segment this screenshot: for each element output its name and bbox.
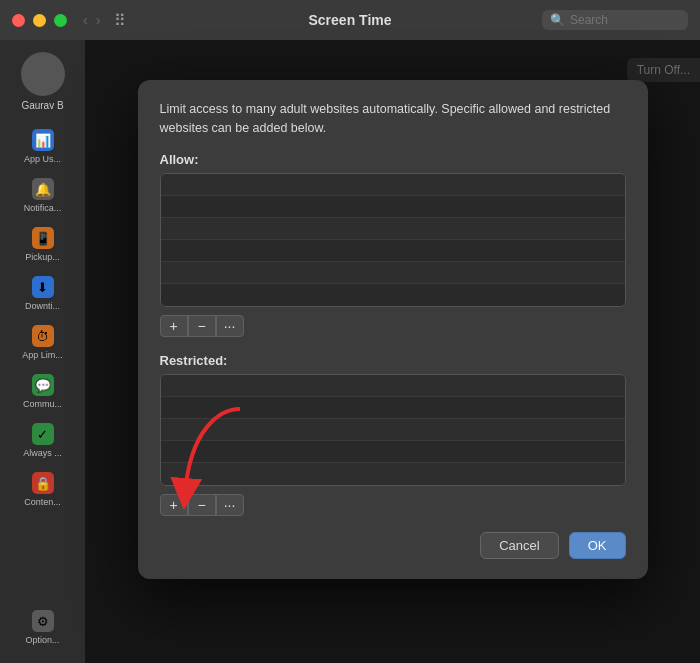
- list-item: [161, 463, 625, 485]
- traffic-lights: [12, 14, 67, 27]
- sidebar-label-app-limits: App Lim...: [4, 350, 82, 360]
- search-icon: 🔍: [550, 13, 565, 27]
- options-icon: ⚙: [32, 610, 54, 632]
- list-item: [161, 397, 625, 419]
- communication-icon: 💬: [32, 374, 54, 396]
- list-item: [161, 218, 625, 240]
- sidebar-item-options[interactable]: ⚙ Option...: [3, 604, 83, 651]
- restricted-label: Restricted:: [160, 353, 626, 368]
- restricted-remove-button[interactable]: −: [188, 494, 216, 516]
- restricted-add-button[interactable]: +: [160, 494, 188, 516]
- sidebar-item-always-allowed[interactable]: ✓ Always ...: [3, 417, 83, 464]
- sidebar-item-pickups[interactable]: 📱 Pickup...: [3, 221, 83, 268]
- list-item: [161, 196, 625, 218]
- always-allowed-icon: ✓: [32, 423, 54, 445]
- sidebar-label-pickups: Pickup...: [4, 252, 82, 262]
- list-item: [161, 419, 625, 441]
- restricted-edit-button[interactable]: ···: [216, 494, 244, 516]
- allow-add-button[interactable]: +: [160, 315, 188, 337]
- user-name: Gaurav B: [3, 100, 83, 111]
- sidebar-label-options: Option...: [4, 635, 82, 645]
- search-input[interactable]: [570, 13, 680, 27]
- avatar: [21, 52, 65, 96]
- sidebar-label-always-allowed: Always ...: [4, 448, 82, 458]
- grid-icon[interactable]: ⠿: [114, 11, 126, 30]
- list-item: [161, 375, 625, 397]
- window-title: Screen Time: [308, 12, 391, 28]
- sidebar-label-notifications: Notifica...: [4, 203, 82, 213]
- modal-description: Limit access to many adult websites auto…: [160, 100, 626, 138]
- back-arrow[interactable]: ‹: [81, 12, 90, 28]
- sidebar-label-content: Conten...: [4, 497, 82, 507]
- content-area: Turn Off... Limit access to many adult w…: [85, 40, 700, 663]
- modal-footer: Cancel OK: [160, 532, 626, 559]
- allow-edit-button[interactable]: ···: [216, 315, 244, 337]
- sidebar-item-communication[interactable]: 💬 Commu...: [3, 368, 83, 415]
- allow-remove-button[interactable]: −: [188, 315, 216, 337]
- allow-toolbar: + − ···: [160, 315, 626, 337]
- downtime-icon: ⬇: [32, 276, 54, 298]
- sidebar-bottom: ⚙ Option...: [3, 604, 83, 663]
- list-item: [161, 174, 625, 196]
- sidebar-label-downtime: Downti...: [4, 301, 82, 311]
- sidebar-item-app-usage[interactable]: 📊 App Us...: [3, 123, 83, 170]
- ok-button[interactable]: OK: [569, 532, 626, 559]
- sidebar-item-notifications[interactable]: 🔔 Notifica...: [3, 172, 83, 219]
- allow-label: Allow:: [160, 152, 626, 167]
- allow-list: [160, 173, 626, 307]
- close-button[interactable]: [12, 14, 25, 27]
- minimize-button[interactable]: [33, 14, 46, 27]
- sidebar-item-content[interactable]: 🔒 Conten...: [3, 466, 83, 513]
- restricted-toolbar: + − ···: [160, 494, 626, 516]
- pickups-icon: 📱: [32, 227, 54, 249]
- restricted-list: [160, 374, 626, 486]
- list-item: [161, 284, 625, 306]
- sidebar: Gaurav B 📊 App Us... 🔔 Notifica... 📱 Pic…: [0, 40, 85, 663]
- modal-overlay: Limit access to many adult websites auto…: [85, 40, 700, 663]
- list-item: [161, 240, 625, 262]
- list-item: [161, 262, 625, 284]
- main-area: Gaurav B 📊 App Us... 🔔 Notifica... 📱 Pic…: [0, 40, 700, 663]
- cancel-button[interactable]: Cancel: [480, 532, 558, 559]
- maximize-button[interactable]: [54, 14, 67, 27]
- app-usage-icon: 📊: [32, 129, 54, 151]
- notifications-icon: 🔔: [32, 178, 54, 200]
- sidebar-item-downtime[interactable]: ⬇ Downti...: [3, 270, 83, 317]
- list-item: [161, 441, 625, 463]
- sidebar-item-app-limits[interactable]: ⏱ App Lim...: [3, 319, 83, 366]
- content-icon: 🔒: [32, 472, 54, 494]
- titlebar: ‹ › ⠿ Screen Time 🔍: [0, 0, 700, 40]
- forward-arrow[interactable]: ›: [94, 12, 103, 28]
- modal-dialog: Limit access to many adult websites auto…: [138, 80, 648, 579]
- sidebar-label-communication: Commu...: [4, 399, 82, 409]
- search-bar[interactable]: 🔍: [542, 10, 688, 30]
- user-profile: Gaurav B: [3, 52, 83, 111]
- sidebar-label-app-usage: App Us...: [4, 154, 82, 164]
- navigation-arrows: ‹ ›: [81, 12, 102, 28]
- app-limits-icon: ⏱: [32, 325, 54, 347]
- restricted-toolbar-container: + − ···: [160, 494, 626, 516]
